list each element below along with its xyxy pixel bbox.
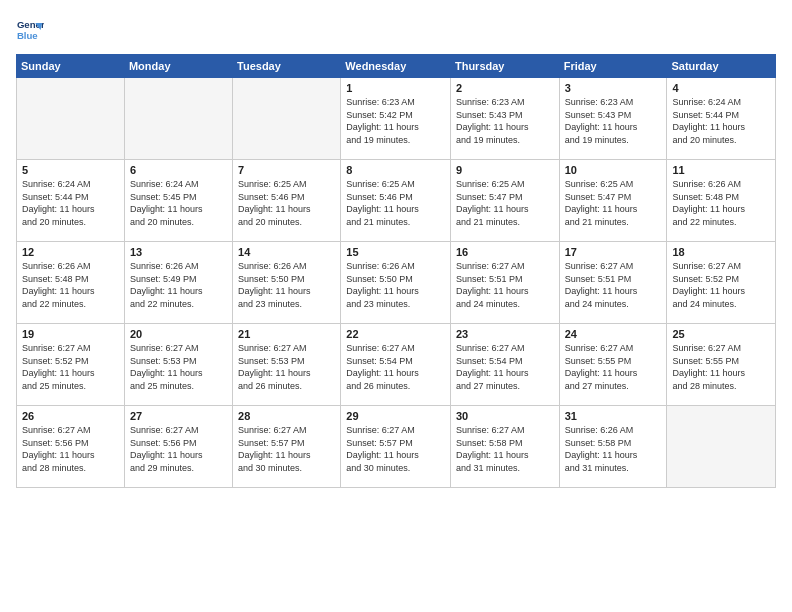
weekday-header-saturday: Saturday [667,55,776,78]
day-number: 30 [456,410,554,422]
day-info: Sunrise: 6:27 AM Sunset: 5:57 PM Dayligh… [346,424,445,474]
weekday-header-thursday: Thursday [450,55,559,78]
day-info: Sunrise: 6:27 AM Sunset: 5:55 PM Dayligh… [672,342,770,392]
day-info: Sunrise: 6:27 AM Sunset: 5:54 PM Dayligh… [346,342,445,392]
day-number: 21 [238,328,335,340]
day-info: Sunrise: 6:27 AM Sunset: 5:52 PM Dayligh… [672,260,770,310]
day-number: 15 [346,246,445,258]
day-info: Sunrise: 6:23 AM Sunset: 5:42 PM Dayligh… [346,96,445,146]
day-info: Sunrise: 6:23 AM Sunset: 5:43 PM Dayligh… [565,96,662,146]
calendar-cell: 1Sunrise: 6:23 AM Sunset: 5:42 PM Daylig… [341,78,451,160]
day-number: 10 [565,164,662,176]
day-number: 28 [238,410,335,422]
day-info: Sunrise: 6:24 AM Sunset: 5:44 PM Dayligh… [672,96,770,146]
day-info: Sunrise: 6:27 AM Sunset: 5:51 PM Dayligh… [456,260,554,310]
day-info: Sunrise: 6:23 AM Sunset: 5:43 PM Dayligh… [456,96,554,146]
calendar-cell [17,78,125,160]
calendar-cell [124,78,232,160]
week-row-1: 1Sunrise: 6:23 AM Sunset: 5:42 PM Daylig… [17,78,776,160]
weekday-header-tuesday: Tuesday [233,55,341,78]
day-number: 7 [238,164,335,176]
day-number: 22 [346,328,445,340]
day-info: Sunrise: 6:25 AM Sunset: 5:46 PM Dayligh… [238,178,335,228]
day-info: Sunrise: 6:26 AM Sunset: 5:50 PM Dayligh… [346,260,445,310]
calendar-cell: 14Sunrise: 6:26 AM Sunset: 5:50 PM Dayli… [233,242,341,324]
calendar-cell: 9Sunrise: 6:25 AM Sunset: 5:47 PM Daylig… [450,160,559,242]
day-number: 6 [130,164,227,176]
calendar-cell: 18Sunrise: 6:27 AM Sunset: 5:52 PM Dayli… [667,242,776,324]
calendar-cell: 12Sunrise: 6:26 AM Sunset: 5:48 PM Dayli… [17,242,125,324]
calendar-cell: 10Sunrise: 6:25 AM Sunset: 5:47 PM Dayli… [559,160,667,242]
calendar-cell: 30Sunrise: 6:27 AM Sunset: 5:58 PM Dayli… [450,406,559,488]
day-info: Sunrise: 6:27 AM Sunset: 5:56 PM Dayligh… [22,424,119,474]
calendar-cell: 26Sunrise: 6:27 AM Sunset: 5:56 PM Dayli… [17,406,125,488]
day-info: Sunrise: 6:26 AM Sunset: 5:58 PM Dayligh… [565,424,662,474]
day-number: 24 [565,328,662,340]
day-number: 25 [672,328,770,340]
calendar-cell: 31Sunrise: 6:26 AM Sunset: 5:58 PM Dayli… [559,406,667,488]
calendar-cell [667,406,776,488]
calendar-cell: 3Sunrise: 6:23 AM Sunset: 5:43 PM Daylig… [559,78,667,160]
day-number: 2 [456,82,554,94]
calendar-cell: 13Sunrise: 6:26 AM Sunset: 5:49 PM Dayli… [124,242,232,324]
day-number: 4 [672,82,770,94]
calendar-cell: 4Sunrise: 6:24 AM Sunset: 5:44 PM Daylig… [667,78,776,160]
calendar-cell: 15Sunrise: 6:26 AM Sunset: 5:50 PM Dayli… [341,242,451,324]
day-number: 20 [130,328,227,340]
svg-text:Blue: Blue [17,30,38,41]
weekday-header-friday: Friday [559,55,667,78]
day-number: 31 [565,410,662,422]
calendar-cell: 24Sunrise: 6:27 AM Sunset: 5:55 PM Dayli… [559,324,667,406]
day-info: Sunrise: 6:27 AM Sunset: 5:53 PM Dayligh… [130,342,227,392]
logo: General Blue [16,16,48,44]
day-info: Sunrise: 6:26 AM Sunset: 5:49 PM Dayligh… [130,260,227,310]
day-number: 26 [22,410,119,422]
day-info: Sunrise: 6:27 AM Sunset: 5:55 PM Dayligh… [565,342,662,392]
calendar-cell: 22Sunrise: 6:27 AM Sunset: 5:54 PM Dayli… [341,324,451,406]
day-number: 17 [565,246,662,258]
calendar-cell: 17Sunrise: 6:27 AM Sunset: 5:51 PM Dayli… [559,242,667,324]
day-number: 5 [22,164,119,176]
calendar-cell: 7Sunrise: 6:25 AM Sunset: 5:46 PM Daylig… [233,160,341,242]
calendar-cell: 2Sunrise: 6:23 AM Sunset: 5:43 PM Daylig… [450,78,559,160]
day-info: Sunrise: 6:27 AM Sunset: 5:53 PM Dayligh… [238,342,335,392]
day-number: 27 [130,410,227,422]
day-info: Sunrise: 6:24 AM Sunset: 5:45 PM Dayligh… [130,178,227,228]
calendar-cell: 11Sunrise: 6:26 AM Sunset: 5:48 PM Dayli… [667,160,776,242]
day-info: Sunrise: 6:27 AM Sunset: 5:51 PM Dayligh… [565,260,662,310]
day-number: 8 [346,164,445,176]
header: General Blue [16,16,776,44]
day-info: Sunrise: 6:27 AM Sunset: 5:54 PM Dayligh… [456,342,554,392]
day-info: Sunrise: 6:26 AM Sunset: 5:48 PM Dayligh… [22,260,119,310]
day-number: 29 [346,410,445,422]
day-info: Sunrise: 6:26 AM Sunset: 5:48 PM Dayligh… [672,178,770,228]
day-info: Sunrise: 6:25 AM Sunset: 5:46 PM Dayligh… [346,178,445,228]
day-info: Sunrise: 6:27 AM Sunset: 5:52 PM Dayligh… [22,342,119,392]
calendar-cell: 27Sunrise: 6:27 AM Sunset: 5:56 PM Dayli… [124,406,232,488]
week-row-5: 26Sunrise: 6:27 AM Sunset: 5:56 PM Dayli… [17,406,776,488]
calendar-cell: 16Sunrise: 6:27 AM Sunset: 5:51 PM Dayli… [450,242,559,324]
weekday-header-monday: Monday [124,55,232,78]
day-number: 1 [346,82,445,94]
day-number: 3 [565,82,662,94]
day-info: Sunrise: 6:25 AM Sunset: 5:47 PM Dayligh… [565,178,662,228]
week-row-3: 12Sunrise: 6:26 AM Sunset: 5:48 PM Dayli… [17,242,776,324]
weekday-header-sunday: Sunday [17,55,125,78]
week-row-4: 19Sunrise: 6:27 AM Sunset: 5:52 PM Dayli… [17,324,776,406]
day-number: 23 [456,328,554,340]
page: General Blue SundayMondayTuesdayWednesda… [0,0,792,612]
day-number: 11 [672,164,770,176]
calendar-cell: 23Sunrise: 6:27 AM Sunset: 5:54 PM Dayli… [450,324,559,406]
day-number: 12 [22,246,119,258]
day-info: Sunrise: 6:27 AM Sunset: 5:58 PM Dayligh… [456,424,554,474]
calendar-cell: 8Sunrise: 6:25 AM Sunset: 5:46 PM Daylig… [341,160,451,242]
week-row-2: 5Sunrise: 6:24 AM Sunset: 5:44 PM Daylig… [17,160,776,242]
day-info: Sunrise: 6:27 AM Sunset: 5:57 PM Dayligh… [238,424,335,474]
day-number: 14 [238,246,335,258]
calendar-cell: 29Sunrise: 6:27 AM Sunset: 5:57 PM Dayli… [341,406,451,488]
weekday-header-wednesday: Wednesday [341,55,451,78]
calendar-cell: 28Sunrise: 6:27 AM Sunset: 5:57 PM Dayli… [233,406,341,488]
calendar-cell: 6Sunrise: 6:24 AM Sunset: 5:45 PM Daylig… [124,160,232,242]
day-info: Sunrise: 6:24 AM Sunset: 5:44 PM Dayligh… [22,178,119,228]
calendar-cell: 5Sunrise: 6:24 AM Sunset: 5:44 PM Daylig… [17,160,125,242]
